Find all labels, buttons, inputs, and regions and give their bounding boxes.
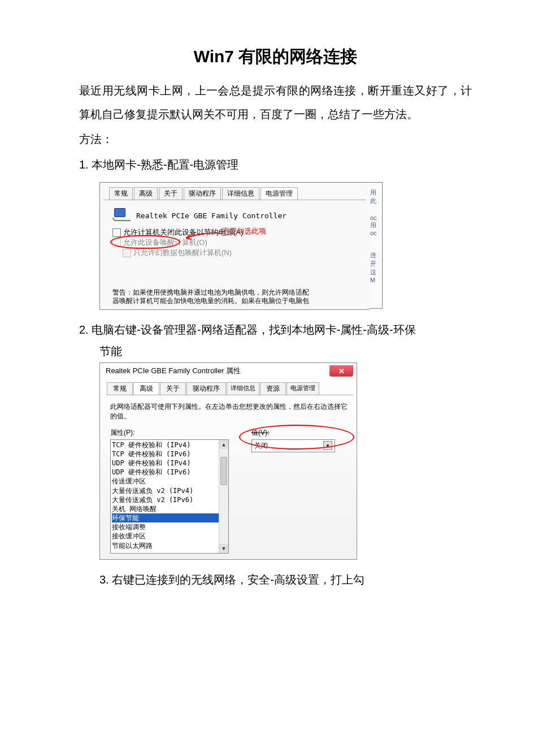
props-column: 属性(P): TCP 硬件校验和 (IPv4)TCP 硬件校验和 (IPv6)U…	[110, 428, 229, 554]
tab-about[interactable]: 关于	[160, 382, 186, 395]
checkbox-icon	[112, 239, 121, 247]
step-1: 1. 本地网卡-熟悉-配置-电源管理	[79, 153, 472, 176]
list-item[interactable]: 环保节能	[112, 513, 228, 522]
cb-label: 只允许幻数据包唤醒计算机(N)	[133, 248, 232, 258]
cb-allow-wake: 允许此设备唤醒计算机(O)	[112, 237, 369, 248]
props-label: 属性(P):	[110, 428, 229, 438]
scroll-thumb[interactable]	[220, 457, 227, 485]
dropdown-arrow-icon[interactable]: ▼	[323, 441, 332, 450]
props-listbox[interactable]: TCP 硬件校验和 (IPv4)TCP 硬件校验和 (IPv6)UDP 硬件校验…	[110, 439, 229, 554]
list-item[interactable]: 接收端调整	[112, 522, 228, 532]
warn-line1: 警告：如果使用便携电脑并通过电池为电脑供电，则允许网络适配	[112, 288, 335, 297]
list-item[interactable]: 大量传送减负 v2 (IPv6)	[112, 495, 228, 504]
warning-text: 警告：如果使用便携电脑并通过电池为电脑供电，则允许网络适配 器唤醒计算机可能会加…	[112, 288, 335, 306]
side-text: 用	[369, 221, 382, 230]
tab-about[interactable]: 关于	[159, 187, 183, 200]
power-mgmt-dialog: 常规 高级 关于 驱动程序 详细信息 电源管理 Realtek PCIe GBE…	[99, 182, 369, 310]
screenshot-2: Realtek PCIe GBE Family Controller 属性 ✕ …	[99, 362, 357, 560]
checkbox-icon[interactable]	[112, 228, 121, 237]
value-dropdown[interactable]: 关闭 ▼	[251, 439, 335, 452]
scroll-down-icon[interactable]: ▼	[219, 544, 228, 553]
tab-power-mgmt[interactable]: 电源管理	[261, 187, 298, 200]
step-2-cont: 节能	[99, 344, 472, 359]
list-item[interactable]: 关机 网络唤醒	[112, 504, 228, 513]
device-name: Realtek PCIe GBE Family Controller	[136, 211, 286, 220]
warn-line2: 器唤醒计算机可能会加快电池电量的消耗。如果在电脑位于电脑包	[112, 297, 335, 306]
close-button[interactable]: ✕	[329, 365, 353, 377]
dialog-body: 此网络适配器可使用下列属性。在左边单击您想更改的属性，然后在右边选择它的值。 属…	[100, 395, 357, 559]
tab-details[interactable]: 详细信息	[222, 187, 259, 200]
red-note: 不要勾选此项	[222, 226, 266, 236]
method-label: 方法：	[79, 132, 472, 147]
dialog-title: Realtek PCIe GBE Family Controller 属性	[106, 366, 241, 376]
hint-text: 此网络适配器可使用下列属性。在左边单击您想更改的属性，然后在右边选择它的值。	[110, 402, 349, 421]
close-icon: ✕	[338, 367, 345, 375]
list-item[interactable]: 大量传送减负 v2 (IPv4)	[112, 486, 228, 495]
list-item[interactable]: UDP 硬件校验和 (IPv4)	[112, 459, 228, 468]
tab-details[interactable]: 详细信息	[227, 382, 259, 395]
list-item[interactable]: UDP 硬件校验和 (IPv6)	[112, 468, 228, 477]
side-text: 用此	[369, 188, 382, 205]
scroll-up-icon[interactable]: ▲	[219, 440, 228, 449]
cb-magic-packet: 只允许幻数据包唤醒计算机(N)	[123, 248, 369, 258]
tab-advanced[interactable]: 高级	[134, 187, 158, 200]
list-item[interactable]: 节能以太网路	[112, 541, 228, 550]
cb-label: 允许此设备唤醒计算机(O)	[123, 237, 207, 248]
list-item[interactable]: TCP 硬件校验和 (IPv4)	[112, 440, 228, 450]
tab-general[interactable]: 常规	[109, 187, 133, 200]
tab-power[interactable]: 电源管理	[286, 382, 319, 395]
tab-resource[interactable]: 资源	[260, 382, 286, 395]
tab-strip: 常规 高级 关于 驱动程序 详细信息 电源管理	[103, 183, 366, 200]
side-text: 开这	[369, 260, 382, 277]
nic-icon	[112, 208, 131, 223]
side-text: oc	[369, 230, 382, 236]
tab-driver[interactable]: 驱动程序	[186, 382, 226, 395]
step-2: 2. 电脑右键-设备管理器-网络适配器，找到本地网卡-属性-高级-环保	[79, 318, 472, 342]
side-text: oc	[369, 214, 382, 221]
list-item[interactable]: TCP 硬件校验和 (IPv6)	[112, 450, 228, 459]
tab-general[interactable]: 常规	[107, 382, 133, 395]
side-text: 连	[369, 251, 382, 260]
screenshot-1: 常规 高级 关于 驱动程序 详细信息 电源管理 Realtek PCIe GBE…	[99, 182, 472, 310]
value-label: 值(V):	[251, 428, 349, 438]
list-item[interactable]: 传送缓冲区	[112, 477, 228, 486]
value-column: 值(V): 关闭 ▼	[251, 428, 349, 452]
tab-driver[interactable]: 驱动程序	[184, 187, 221, 200]
document-page: Win7 有限的网络连接 最近用无线网卡上网，上一会总是提示有限的网络连接，断开…	[0, 0, 534, 756]
side-text: M	[369, 277, 382, 283]
tab-strip: 常规 高级 关于 驱动程序 详细信息 资源 电源管理	[107, 382, 353, 395]
list-item[interactable]: 接收缓冲区	[112, 532, 228, 541]
scrollbar[interactable]: ▲ ▼	[219, 440, 228, 553]
value-selected: 关闭	[254, 441, 268, 451]
tab-advanced[interactable]: 高级	[133, 382, 159, 395]
side-strip: 用此 oc 用 oc 连 开这 M	[369, 182, 383, 309]
device-row: Realtek PCIe GBE Family Controller	[100, 200, 369, 225]
checkbox-icon	[123, 249, 131, 257]
intro-paragraph: 最近用无线网卡上网，上一会总是提示有限的网络连接，断开重连又好了，计算机自己修复…	[79, 79, 472, 126]
dialog-titlebar: Realtek PCIe GBE Family Controller 属性 ✕	[100, 363, 357, 379]
step-3: 3. 右键已连接到的无线网络，安全-高级设置，打上勾	[99, 568, 472, 591]
page-title: Win7 有限的网络连接	[79, 45, 472, 68]
